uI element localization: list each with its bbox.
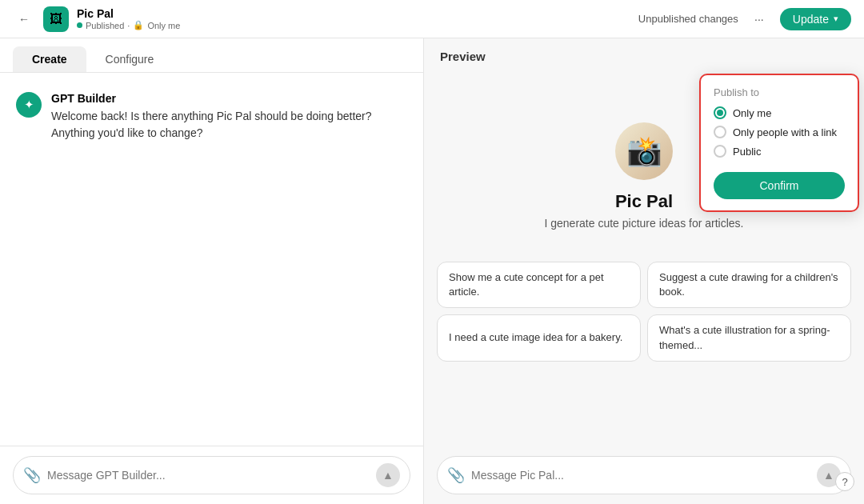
app-icon: 🖼 bbox=[43, 6, 69, 32]
preview-input-area: 📎 ▲ bbox=[424, 446, 864, 504]
bot-name: Pic Pal bbox=[615, 191, 673, 212]
left-input-area: 📎 ▲ bbox=[0, 446, 423, 504]
builder-text: GPT Builder Welcome back! Is there anyth… bbox=[51, 92, 407, 142]
header-left: ← 🖼 Pic Pal Published · 🔒 Only me bbox=[13, 6, 180, 32]
tab-create[interactable]: Create bbox=[13, 46, 86, 72]
builder-name: GPT Builder bbox=[51, 92, 407, 105]
option-link-label: Only people with a link bbox=[733, 126, 837, 138]
radio-only-me[interactable] bbox=[714, 106, 726, 119]
option-public[interactable]: Public bbox=[714, 145, 845, 158]
radio-public[interactable] bbox=[714, 145, 726, 158]
right-panel: Preview Publish to Only me Only people w… bbox=[424, 38, 864, 504]
message-input-box: 📎 ▲ bbox=[13, 456, 410, 494]
publish-to-label: Publish to bbox=[714, 86, 845, 98]
lock-icon: 🔒 bbox=[133, 20, 144, 30]
publish-popup: Publish to Only me Only people with a li… bbox=[699, 74, 859, 212]
option-only-me[interactable]: Only me bbox=[714, 106, 845, 119]
preview-message-box: 📎 ▲ bbox=[437, 456, 851, 494]
more-options-button[interactable]: ··· bbox=[746, 6, 772, 32]
confirm-button[interactable]: Confirm bbox=[714, 172, 845, 199]
bot-avatar: 📸 bbox=[615, 122, 673, 180]
app-info: Pic Pal Published · 🔒 Only me bbox=[77, 7, 180, 30]
unpublished-changes-label: Unpublished changes bbox=[638, 13, 738, 25]
main-container: Create Configure ✦ GPT Builder Welcome b… bbox=[0, 38, 864, 504]
suggestion-1[interactable]: Show me a cute concept for a pet article… bbox=[437, 262, 641, 308]
preview-message-input[interactable] bbox=[471, 469, 810, 482]
suggestion-4[interactable]: What's a cute illustration for a spring-… bbox=[647, 314, 851, 361]
builder-message-text: Welcome back! Is there anything Pic Pal … bbox=[51, 108, 407, 142]
builder-icon: ✦ bbox=[16, 92, 42, 118]
left-panel: Create Configure ✦ GPT Builder Welcome b… bbox=[0, 38, 424, 504]
bot-description: I generate cute picture ideas for articl… bbox=[544, 217, 743, 230]
status-dot bbox=[77, 22, 82, 28]
message-input[interactable] bbox=[47, 469, 370, 482]
header: ← 🖼 Pic Pal Published · 🔒 Only me Unpubl… bbox=[0, 0, 864, 38]
app-status-line: Published · 🔒 Only me bbox=[77, 20, 180, 30]
option-only-me-label: Only me bbox=[733, 107, 771, 119]
header-right: Unpublished changes ··· Update ▾ bbox=[638, 6, 851, 32]
back-button[interactable]: ← bbox=[13, 8, 35, 30]
send-button[interactable]: ▲ bbox=[376, 463, 400, 487]
chat-area: ✦ GPT Builder Welcome back! Is there any… bbox=[0, 73, 423, 446]
help-button[interactable]: ? bbox=[835, 472, 854, 491]
radio-link[interactable] bbox=[714, 126, 726, 138]
preview-header: Preview bbox=[424, 38, 864, 74]
tab-bar: Create Configure bbox=[0, 38, 423, 73]
gpt-builder-message: ✦ GPT Builder Welcome back! Is there any… bbox=[16, 92, 407, 142]
update-chevron-icon: ▾ bbox=[834, 14, 838, 24]
update-button[interactable]: Update ▾ bbox=[780, 8, 851, 30]
suggestion-3[interactable]: I need a cute image idea for a bakery. bbox=[437, 314, 641, 361]
suggestion-grid: Show me a cute concept for a pet article… bbox=[424, 262, 864, 362]
attach-icon[interactable]: 📎 bbox=[23, 466, 41, 484]
tab-configure[interactable]: Configure bbox=[86, 46, 174, 72]
option-public-label: Public bbox=[733, 146, 761, 158]
preview-attach-icon[interactable]: 📎 bbox=[447, 466, 465, 484]
suggestion-2[interactable]: Suggest a cute drawing for a children's … bbox=[647, 262, 851, 308]
app-name: Pic Pal bbox=[77, 7, 180, 20]
option-link[interactable]: Only people with a link bbox=[714, 126, 845, 138]
